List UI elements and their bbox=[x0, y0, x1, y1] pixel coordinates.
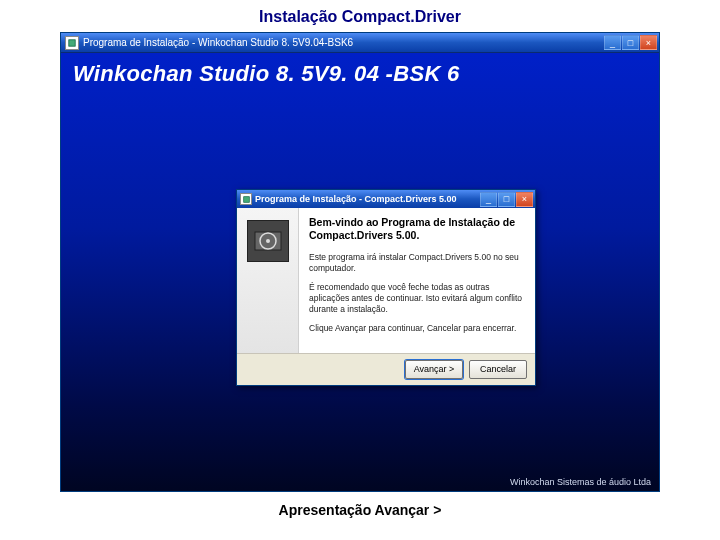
wizard-main-panel: Bem-vindo ao Programa de Instalação de C… bbox=[299, 208, 535, 353]
outer-window-title: Programa de Instalação - Winkochan Studi… bbox=[83, 37, 604, 48]
outer-window-controls: _ □ × bbox=[604, 35, 657, 50]
svg-rect-1 bbox=[243, 196, 249, 202]
close-button[interactable]: × bbox=[640, 35, 657, 50]
copyright-text: Winkochan Sistemas de áudio Ltda bbox=[510, 477, 651, 487]
product-title: Winkochan Studio 8. 5V9. 04 -BSK 6 bbox=[61, 53, 659, 87]
inner-titlebar: Programa de Instalação - Compact.Drivers… bbox=[237, 190, 535, 208]
wizard-side-panel bbox=[237, 208, 299, 353]
outer-titlebar: Programa de Instalação - Winkochan Studi… bbox=[61, 33, 659, 53]
wizard-paragraph: É recomendado que você feche todas as ou… bbox=[309, 282, 525, 315]
inner-dialog-body: Bem-vindo ao Programa de Instalação de C… bbox=[237, 208, 535, 353]
wizard-heading: Bem-vindo ao Programa de Instalação de C… bbox=[309, 216, 525, 242]
cd-install-icon bbox=[247, 220, 289, 262]
cancel-button[interactable]: Cancelar bbox=[469, 360, 527, 379]
minimize-button[interactable]: _ bbox=[604, 35, 621, 50]
setup-icon bbox=[65, 36, 79, 50]
maximize-button[interactable]: □ bbox=[622, 35, 639, 50]
next-button[interactable]: Avançar > bbox=[405, 360, 463, 379]
svg-point-4 bbox=[266, 239, 270, 243]
outer-installer-window: Programa de Instalação - Winkochan Studi… bbox=[60, 32, 660, 492]
inner-window-controls: _ □ × bbox=[480, 192, 533, 207]
minimize-button[interactable]: _ bbox=[480, 192, 497, 207]
page-heading: Instalação Compact.Driver bbox=[0, 0, 720, 32]
presentation-next-link[interactable]: Apresentação Avançar > bbox=[0, 492, 720, 518]
close-button[interactable]: × bbox=[516, 192, 533, 207]
maximize-button[interactable]: □ bbox=[498, 192, 515, 207]
wizard-paragraph: Clique Avançar para continuar, Cancelar … bbox=[309, 323, 525, 334]
svg-rect-0 bbox=[69, 39, 75, 45]
wizard-paragraph: Este programa irá instalar Compact.Drive… bbox=[309, 252, 525, 274]
setup-icon bbox=[240, 193, 252, 205]
outer-window-body: Winkochan Studio 8. 5V9. 04 -BSK 6 Progr… bbox=[61, 53, 659, 491]
inner-dialog-footer: Avançar > Cancelar bbox=[237, 353, 535, 385]
inner-window-title: Programa de Instalação - Compact.Drivers… bbox=[255, 194, 480, 204]
inner-installer-dialog: Programa de Instalação - Compact.Drivers… bbox=[236, 189, 536, 386]
